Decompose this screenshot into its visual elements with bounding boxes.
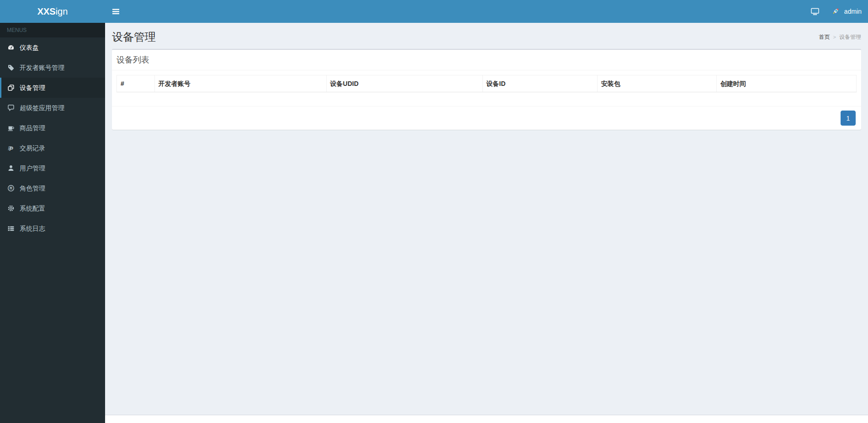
- column-header-developer-account: 开发者账号: [154, 75, 326, 92]
- breadcrumb-separator: >: [833, 34, 836, 40]
- list-icon: [7, 225, 15, 232]
- sidebar: MENUS 仪表盘 开发者账号管理 设备管理 超级签应用管理: [0, 23, 105, 423]
- user-menu[interactable]: admin: [826, 0, 868, 23]
- sidebar-section-header: MENUS: [0, 23, 105, 37]
- page-1-button[interactable]: 1: [841, 111, 856, 126]
- sidebar-item-products[interactable]: 商品管理: [0, 118, 105, 138]
- card-header: 设备列表: [112, 50, 861, 70]
- card-footer: 1: [112, 106, 861, 130]
- monitor-icon: [811, 8, 819, 15]
- sidebar-item-transactions[interactable]: PP 交易记录: [0, 138, 105, 158]
- sidebar-item-dashboard[interactable]: 仪表盘: [0, 37, 105, 58]
- sidebar-item-label: 商品管理: [20, 123, 45, 132]
- sidebar-menu: 仪表盘 开发者账号管理 设备管理 超级签应用管理 商品管理 PP: [0, 37, 105, 238]
- device-table-head: # 开发者账号 设备UDID 设备ID 安装包 创建时间: [117, 75, 857, 92]
- hamburger-icon: [111, 8, 120, 15]
- tag-icon: [7, 64, 15, 71]
- clone-icon: [7, 84, 15, 91]
- coffee-icon: [7, 124, 15, 132]
- gear-icon: [7, 205, 15, 212]
- paypal-icon: PP: [7, 144, 15, 152]
- sidebar-item-label: 设备管理: [20, 83, 45, 92]
- navbar-right: admin: [804, 0, 868, 23]
- app-logo-rest: ign: [56, 6, 68, 17]
- sidebar-item-label: 用户管理: [20, 164, 45, 173]
- sidebar-item-label: 系统配置: [20, 204, 45, 213]
- column-header-install-package: 安装包: [597, 75, 716, 92]
- card-body: # 开发者账号 设备UDID 设备ID 安装包 创建时间: [112, 70, 861, 106]
- fullscreen-button[interactable]: [804, 0, 826, 23]
- sidebar-item-roles[interactable]: R 角色管理: [0, 178, 105, 198]
- page-title: 设备管理: [112, 30, 156, 44]
- content-wrapper: 设备管理 首页 > 设备管理 设备列表 # 开发者账号 设备UDID 设备ID …: [105, 23, 868, 415]
- device-list-card: 设备列表 # 开发者账号 设备UDID 设备ID 安装包 创建时间 1: [112, 49, 861, 130]
- comment-icon: [7, 104, 15, 111]
- content-header: 设备管理 首页 > 设备管理: [105, 23, 868, 48]
- card-title: 设备列表: [116, 54, 857, 65]
- top-nav: XXSign: [0, 0, 868, 23]
- svg-text:P: P: [9, 146, 13, 152]
- breadcrumb: 首页 > 设备管理: [819, 33, 861, 41]
- username-label: admin: [844, 8, 862, 15]
- sidebar-item-developer-accounts[interactable]: 开发者账号管理: [0, 58, 105, 78]
- column-header-created-time: 创建时间: [716, 75, 856, 92]
- sidebar-item-label: 系统日志: [20, 224, 45, 233]
- breadcrumb-home-link[interactable]: 首页: [819, 33, 830, 41]
- device-table: # 开发者账号 设备UDID 设备ID 安装包 创建时间: [116, 75, 857, 92]
- page-footer: [105, 415, 868, 423]
- sidebar-item-label: 仪表盘: [20, 43, 39, 52]
- sidebar-item-system-logs[interactable]: 系统日志: [0, 218, 105, 238]
- sidebar-item-label: 交易记录: [20, 143, 45, 153]
- rocket-icon: [830, 6, 841, 17]
- tachometer-icon: [7, 44, 15, 51]
- sidebar-item-label: 超级签应用管理: [20, 103, 64, 112]
- sidebar-item-system-config[interactable]: 系统配置: [0, 198, 105, 218]
- table-header-row: # 开发者账号 设备UDID 设备ID 安装包 创建时间: [117, 75, 857, 92]
- navbar: admin: [105, 0, 868, 23]
- user-icon: [7, 164, 15, 172]
- sidebar-item-label: 开发者账号管理: [20, 63, 64, 72]
- app-logo[interactable]: XXSign: [0, 0, 105, 23]
- app-logo-bold: XXS: [37, 6, 56, 17]
- sidebar-item-devices[interactable]: 设备管理: [0, 78, 105, 98]
- registered-icon: R: [7, 185, 15, 192]
- avatar: [830, 6, 841, 17]
- breadcrumb-current: 设备管理: [839, 33, 861, 41]
- column-header-device-id: 设备ID: [482, 75, 597, 92]
- svg-text:R: R: [10, 186, 12, 190]
- sidebar-item-label: 角色管理: [20, 184, 45, 193]
- sidebar-item-users[interactable]: 用户管理: [0, 158, 105, 178]
- column-header-device-udid: 设备UDID: [326, 75, 482, 92]
- column-header-index: #: [117, 75, 155, 92]
- sidebar-toggle-button[interactable]: [105, 0, 126, 23]
- sidebar-item-supersign-apps[interactable]: 超级签应用管理: [0, 98, 105, 118]
